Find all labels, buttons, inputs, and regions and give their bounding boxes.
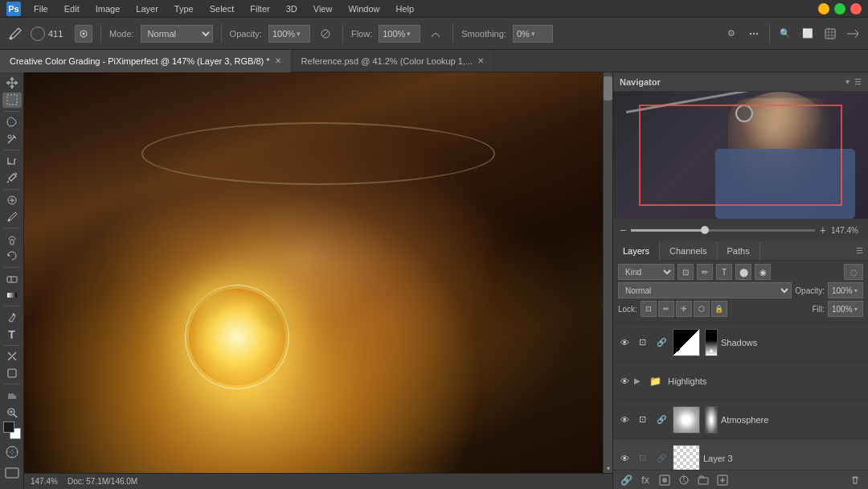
navigator-preview[interactable]: [613, 92, 868, 219]
zoom-slider[interactable]: [631, 229, 815, 232]
layer-item-shadows[interactable]: 👁 ⊡ 🔗 Shadows: [613, 323, 868, 362]
layer-filter-icon3[interactable]: T: [716, 264, 732, 280]
marquee-tool[interactable]: [2, 92, 22, 108]
menu-view[interactable]: View: [310, 2, 336, 15]
menu-type[interactable]: Type: [171, 2, 197, 15]
arrange-icon[interactable]: ⬜: [799, 25, 817, 43]
shape-tool[interactable]: [2, 366, 22, 381]
flow-value[interactable]: 100% ▾: [379, 25, 420, 43]
layer-group-btn[interactable]: [695, 472, 711, 488]
zoom-tool[interactable]: [2, 405, 22, 420]
blend-mode-select[interactable]: Normal: [618, 282, 792, 298]
brush-settings-toggle[interactable]: [75, 25, 92, 43]
layer-extra-icon-layer3[interactable]: ⊡: [634, 450, 650, 466]
layer-fill-value[interactable]: 100% ▾: [828, 301, 863, 317]
tab-main-document[interactable]: Creative Color Grading - PiXimperfect @ …: [0, 50, 292, 72]
hand-tool[interactable]: [2, 388, 22, 403]
layers-panel-menu[interactable]: ☰: [856, 246, 863, 255]
menu-select[interactable]: Select: [207, 2, 238, 15]
layer-opacity-value[interactable]: 100% ▾: [828, 282, 863, 298]
quick-mask-toggle[interactable]: [2, 442, 22, 462]
flow-icon[interactable]: [427, 25, 444, 43]
eraser-tool[interactable]: [2, 271, 22, 286]
brush-tool-icon[interactable]: [6, 25, 24, 43]
zoom-out-button[interactable]: −: [620, 224, 626, 236]
history-brush-tool[interactable]: [2, 249, 22, 264]
move-tool[interactable]: [2, 76, 22, 91]
scroll-arrow-down[interactable]: ▾: [604, 463, 612, 473]
layer-filter-icon1[interactable]: ⊡: [678, 264, 694, 280]
tab-layers[interactable]: Layers: [613, 241, 660, 261]
search-icon[interactable]: 🔍: [776, 25, 794, 43]
smoothing-value[interactable]: 0% ▾: [513, 25, 553, 43]
canvas-content[interactable]: [24, 72, 612, 489]
layer-link-atmosphere[interactable]: 🔗: [653, 412, 669, 428]
tab-channels[interactable]: Channels: [660, 241, 717, 261]
pen-tool[interactable]: [2, 310, 22, 325]
navigator-menu-icon[interactable]: ☰: [854, 77, 862, 86]
lock-all[interactable]: 🔒: [711, 301, 727, 317]
layer-extra-icon-shadows[interactable]: ⊡: [634, 335, 650, 351]
layer-filter-icon5[interactable]: ◉: [755, 264, 771, 280]
layer-item-highlights[interactable]: 👁 ▶ 📁 Highlights: [613, 362, 868, 401]
layer-visibility-highlights[interactable]: 👁: [618, 375, 631, 388]
tab-paths[interactable]: Paths: [718, 241, 760, 261]
foreground-color[interactable]: [3, 421, 14, 433]
menu-file[interactable]: File: [31, 2, 51, 15]
healing-brush-tool[interactable]: [2, 193, 22, 208]
share-icon[interactable]: [844, 25, 862, 43]
layer-filter-icon2[interactable]: ✏: [697, 264, 713, 280]
text-tool[interactable]: T: [2, 327, 22, 342]
lock-transparent-pixels[interactable]: ⊡: [641, 301, 657, 317]
canvas-vertical-scrollbar-thumb[interactable]: [604, 76, 612, 101]
menu-layer[interactable]: Layer: [133, 2, 162, 15]
layer-style-btn[interactable]: fx: [637, 472, 653, 488]
layer-delete-btn[interactable]: [847, 472, 863, 488]
layer-link-btn[interactable]: 🔗: [618, 472, 634, 488]
layer-extra-icon-atmosphere[interactable]: ⊡: [634, 412, 650, 428]
crop-tool[interactable]: [2, 154, 22, 169]
layer-kind-filter[interactable]: Kind: [618, 264, 674, 280]
screen-mode-toggle[interactable]: [2, 463, 22, 483]
layer-link-shadows[interactable]: 🔗: [653, 335, 669, 351]
lasso-tool[interactable]: [2, 115, 22, 130]
canvas-vertical-scrollbar[interactable]: ▾: [603, 72, 612, 473]
zoom-icon[interactable]: [821, 25, 839, 43]
layer-filter-toggle[interactable]: ◌: [844, 264, 863, 280]
layer-item-atmosphere[interactable]: 👁 ⊡ 🔗 Atmosphere: [613, 401, 868, 439]
tab-close-reference[interactable]: ✕: [477, 56, 484, 65]
layer-item-layer3[interactable]: 👁 ⊡ 🔗 Layer 3: [613, 439, 868, 470]
lock-artboard[interactable]: ⬡: [694, 301, 710, 317]
menu-window[interactable]: Window: [345, 2, 383, 15]
menu-image[interactable]: Image: [92, 2, 124, 15]
settings-icon[interactable]: ⚙: [723, 25, 740, 43]
menu-filter[interactable]: Filter: [247, 2, 272, 15]
layer-filter-icon4[interactable]: ⬤: [735, 264, 751, 280]
tab-close-main[interactable]: ✕: [275, 56, 281, 65]
foreground-background-colors[interactable]: [3, 421, 21, 439]
menu-3d[interactable]: 3D: [283, 2, 301, 15]
window-close[interactable]: [850, 3, 862, 14]
lock-image-pixels[interactable]: ✏: [658, 301, 674, 317]
tab-reference-document[interactable]: Reference.psd @ 41.2% (Color Lookup 1,..…: [292, 50, 495, 72]
window-minimize[interactable]: [818, 3, 829, 14]
layer-visibility-atmosphere[interactable]: 👁: [618, 413, 631, 426]
magic-wand-tool[interactable]: [2, 131, 22, 146]
layer-adjustment-btn[interactable]: [676, 472, 692, 488]
clone-stamp-tool[interactable]: [2, 232, 22, 247]
menu-help[interactable]: Help: [393, 2, 418, 15]
opacity-icon[interactable]: [317, 25, 334, 43]
menu-edit[interactable]: Edit: [61, 2, 83, 15]
eyedropper-tool[interactable]: [2, 171, 22, 186]
navigator-expand-arrow[interactable]: ▾: [845, 77, 850, 86]
brush-tool[interactable]: [2, 209, 22, 224]
mode-select[interactable]: Normal: [141, 25, 213, 43]
layer-visibility-layer3[interactable]: 👁: [618, 452, 631, 465]
layer-link-layer3[interactable]: 🔗: [653, 450, 669, 466]
layer-visibility-shadows[interactable]: 👁: [618, 336, 631, 349]
layer-add-btn[interactable]: [714, 472, 731, 488]
layer-mask-btn[interactable]: [657, 472, 673, 488]
opacity-value[interactable]: 100% ▾: [268, 25, 310, 43]
window-maximize[interactable]: [834, 3, 845, 14]
extra-icon[interactable]: [745, 25, 763, 43]
